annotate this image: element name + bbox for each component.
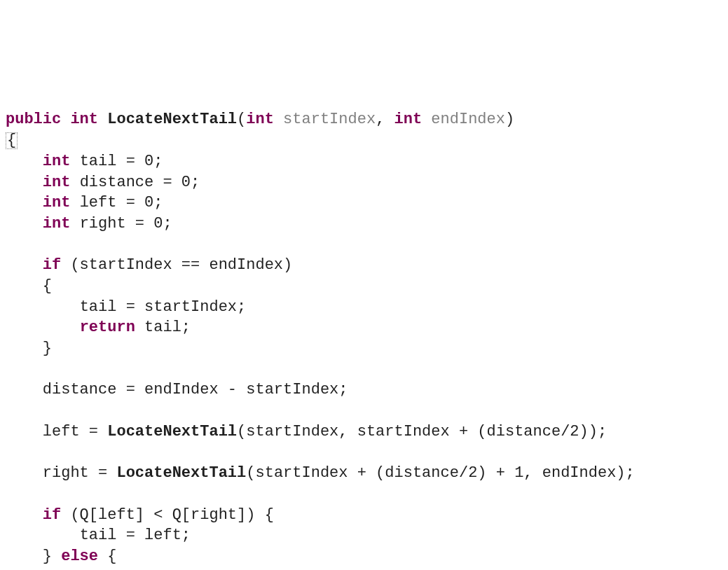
decl-left: left = 0; — [80, 194, 163, 211]
brace-close-open: } — [43, 548, 61, 565]
method-name: LocateNextTail — [107, 111, 237, 128]
keyword-if: if — [43, 506, 61, 524]
code-block: public int LocateNextTail(int startIndex… — [6, 89, 722, 570]
keyword-return: return — [80, 319, 135, 336]
decl-right: right = 0; — [80, 215, 172, 232]
call-args: (startIndex + (distance/2) + 1, endIndex… — [246, 464, 635, 482]
decl-tail: tail = 0; — [80, 153, 163, 170]
keyword-int: int — [43, 215, 71, 232]
param-name: startIndex — [283, 111, 376, 128]
brace-open: { — [43, 277, 52, 295]
param-type: int — [394, 111, 423, 128]
keyword-public: public — [6, 111, 61, 128]
stmt-distance: distance = endIndex - startIndex; — [43, 381, 348, 398]
comma: , — [376, 111, 394, 128]
stmt-right-pre: right = — [43, 464, 117, 482]
keyword-if: if — [43, 256, 61, 274]
stmt-left-pre: left = — [43, 423, 107, 440]
keyword-int: int — [43, 174, 71, 191]
method-call: LocateNextTail — [107, 423, 237, 440]
paren-close: ) — [505, 111, 514, 128]
param-type: int — [246, 111, 274, 128]
brace-close: } — [43, 340, 52, 357]
paren-open: ( — [237, 111, 246, 128]
decl-distance: distance = 0; — [80, 174, 200, 191]
keyword-int: int — [43, 194, 71, 211]
if-condition: (startIndex == endIndex) — [61, 256, 292, 274]
stmt-tail-left: tail = left; — [80, 527, 191, 544]
brace-open-highlighted: { — [6, 132, 18, 149]
method-call: LocateNextTail — [116, 464, 246, 482]
call-args: (startIndex, startIndex + (distance/2)); — [237, 423, 607, 440]
param-name: endIndex — [431, 111, 505, 128]
return-expr: tail; — [135, 319, 191, 336]
brace-open: { — [98, 548, 116, 565]
keyword-int: int — [43, 153, 71, 170]
stmt-tail-assign: tail = startIndex; — [80, 298, 247, 316]
if-condition-2: (Q[left] < Q[right]) { — [61, 506, 274, 524]
keyword-int: int — [70, 111, 98, 128]
keyword-else: else — [61, 548, 98, 565]
